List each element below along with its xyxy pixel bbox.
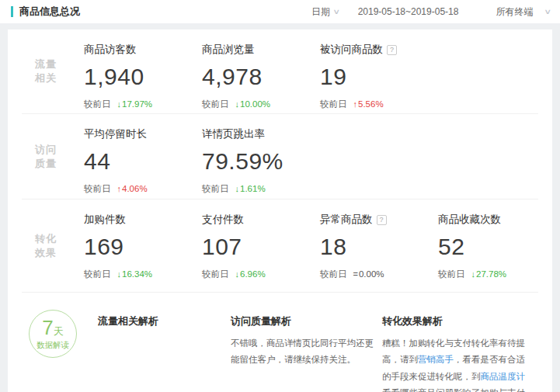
arrow-down-icon: ↓ — [235, 99, 240, 109]
seven-day-badge: 7天 数据解读 — [29, 310, 77, 358]
group-label-quality: 访问 质量 — [8, 114, 84, 199]
badge-column: 7天 数据解读 — [8, 305, 98, 392]
insight-column-traffic: 流量相关解析 — [98, 305, 231, 392]
change-value: 17.97% — [122, 99, 152, 109]
metric-product-favorites: 商品收藏次数 52 较前日 ↓ 27.78% — [438, 199, 552, 292]
arrow-up-icon: ↑ — [353, 99, 358, 109]
compare-label: 较前日 — [202, 183, 229, 195]
chevron-down-icon: ∨ — [544, 8, 552, 16]
insight-body: 不错哦，商品详情页比同行平均还更能留住客户，请继续保持关注。 — [231, 335, 382, 369]
arrow-down-icon: ↓ — [117, 269, 122, 279]
metric-label: 商品收藏次数 — [438, 213, 552, 227]
insight-body: 糟糕！加购转化与支付转化率有待提高，请到营销高手，看看是否有合适的手段来促进转化… — [382, 335, 540, 392]
metric-change: 较前日 ↑ 5.56% — [320, 99, 552, 110]
equals-icon: = — [353, 269, 358, 279]
terminal-filter-label: 所有终端 — [496, 5, 533, 19]
metric-paid-items: 支付件数 107 较前日 ↓ 6.96% — [202, 199, 320, 292]
metric-change: 较前日 ↓ 10.00% — [202, 99, 320, 110]
title-accent-bar — [11, 6, 13, 17]
compare-label: 较前日 — [202, 269, 229, 280]
change-value: 1.61% — [240, 184, 266, 193]
metric-change: 较前日 ↓ 27.78% — [438, 269, 552, 280]
chevron-down-icon: ∨ — [332, 8, 340, 16]
insights-section: 7天 数据解读 流量相关解析 访问质量解析 不错哦，商品详情页比同行平均还更能留… — [8, 293, 552, 392]
metric-change: 较前日 = 0.00% — [320, 269, 438, 280]
metric-value: 1,940 — [84, 64, 202, 90]
insight-text: 不错哦，商品详情页比同行平均还更能留住客户，请继续保持关注。 — [231, 338, 374, 364]
compare-label: 较前日 — [202, 99, 229, 110]
metric-label: 异常商品数 ? — [320, 213, 438, 227]
metric-product-pageviews: 商品浏览量 4,978 较前日 ↓ 10.00% — [202, 29, 320, 113]
metric-label: 商品浏览量 — [202, 43, 320, 57]
arrow-down-icon: ↓ — [471, 269, 476, 279]
metric-label: 支付件数 — [202, 213, 320, 227]
terminal-filter-dropdown[interactable]: 所有终端 ∨ — [496, 5, 551, 19]
badge-unit: 天 — [54, 325, 64, 337]
metric-label: 加购件数 — [84, 213, 202, 227]
compare-label: 较前日 — [84, 99, 111, 110]
metric-value: 107 — [202, 234, 320, 260]
metric-label: 被访问商品数 ? — [320, 43, 552, 57]
metric-label: 商品访客数 — [84, 43, 202, 57]
metric-detail-bounce-rate: 详情页跳出率 79.59% 较前日 ↓ 1.61% — [202, 114, 552, 199]
metric-change: 较前日 ↓ 6.96% — [202, 269, 320, 280]
group-label-conversion: 转化 效果 — [8, 199, 84, 292]
insight-title: 转化效果解析 — [382, 314, 540, 328]
insight-column-quality: 访问质量解析 不错哦，商品详情页比同行平均还更能留住客户，请继续保持关注。 — [231, 305, 382, 392]
metric-value: 18 — [320, 234, 438, 260]
metric-value: 52 — [438, 234, 552, 260]
arrow-down-icon: ↓ — [117, 99, 122, 109]
metrics-card: 流量 相关 商品访客数 1,940 较前日 ↓ 17.97% 商品浏览量 4,9… — [8, 29, 552, 392]
insight-title: 流量相关解析 — [98, 314, 231, 328]
change-value: 27.78% — [476, 269, 506, 279]
badge-number: 7 — [42, 316, 53, 339]
change-value: 10.00% — [240, 99, 270, 109]
metric-value: 19 — [320, 64, 552, 90]
metric-label: 平均停留时长 — [84, 127, 202, 141]
change-value: 6.96% — [240, 269, 266, 279]
metric-value: 44 — [84, 148, 202, 175]
metric-row-traffic: 流量 相关 商品访客数 1,940 较前日 ↓ 17.97% 商品浏览量 4,9… — [8, 29, 552, 113]
metric-change: 较前日 ↓ 1.61% — [202, 183, 552, 195]
help-icon[interactable]: ? — [377, 215, 387, 225]
compare-label: 较前日 — [438, 269, 465, 280]
date-filter-dropdown[interactable]: 日期 ∨ — [311, 5, 339, 19]
metric-change: 较前日 ↓ 16.34% — [84, 269, 202, 280]
change-value: 4.06% — [122, 184, 148, 193]
insight-column-conversion: 转化效果解析 糟糕！加购转化与支付转化率有待提高，请到营销高手，看看是否有合适的… — [382, 305, 552, 392]
metric-avg-stay-time: 平均停留时长 44 较前日 ↑ 4.06% — [84, 114, 202, 199]
help-icon[interactable]: ? — [387, 45, 397, 55]
change-value: 16.34% — [122, 269, 152, 279]
metric-value: 169 — [84, 234, 202, 260]
change-value: 5.56% — [358, 99, 384, 109]
metric-visited-products: 被访问商品数 ? 19 较前日 ↑ 5.56% — [320, 29, 552, 113]
metric-label: 详情页跳出率 — [202, 127, 552, 141]
arrow-up-icon: ↑ — [117, 184, 122, 193]
group-label-traffic: 流量 相关 — [8, 29, 84, 113]
metric-row-quality: 访问 质量 平均停留时长 44 较前日 ↑ 4.06% 详情页跳出率 79.59… — [8, 114, 552, 199]
insight-title: 访问质量解析 — [231, 314, 382, 328]
compare-label: 较前日 — [84, 183, 111, 195]
arrow-down-icon: ↓ — [235, 269, 240, 279]
arrow-down-icon: ↓ — [235, 184, 240, 193]
metric-row-conversion: 转化 效果 加购件数 169 较前日 ↓ 16.34% 支付件数 107 较前日… — [8, 199, 552, 292]
metric-product-visitors: 商品访客数 1,940 较前日 ↓ 17.97% — [84, 29, 202, 113]
insight-link[interactable]: 营销高手 — [418, 355, 454, 364]
badge-caption: 数据解读 — [37, 340, 69, 351]
compare-label: 较前日 — [320, 99, 347, 110]
header-bar: 商品信息总况 日期 ∨ 2019-05-18~2019-05-18 所有终端 ∨ — [0, 0, 560, 23]
insight-link[interactable]: 商品温度计 — [481, 372, 526, 381]
date-range-value[interactable]: 2019-05-18~2019-05-18 — [358, 6, 459, 17]
metric-change: 较前日 ↑ 4.06% — [84, 183, 202, 195]
compare-label: 较前日 — [320, 269, 347, 280]
metric-change: 较前日 ↓ 17.97% — [84, 99, 202, 110]
page-title: 商品信息总况 — [19, 5, 80, 19]
metric-value: 4,978 — [202, 64, 320, 90]
metric-value: 79.59% — [202, 148, 552, 175]
metric-add-to-cart: 加购件数 169 较前日 ↓ 16.34% — [84, 199, 202, 292]
date-filter-label: 日期 — [311, 5, 330, 19]
change-value: 0.00% — [359, 269, 384, 279]
metric-abnormal-products: 异常商品数 ? 18 较前日 = 0.00% — [320, 199, 438, 292]
compare-label: 较前日 — [84, 269, 111, 280]
insight-text: 看看哪些商品问题影响了加购与支付的转化。 — [382, 388, 525, 392]
